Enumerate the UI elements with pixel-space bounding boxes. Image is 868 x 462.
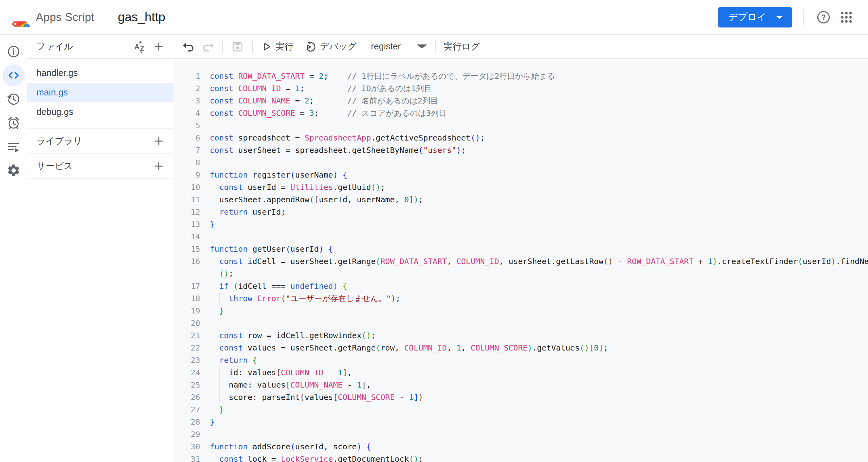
line-number[interactable]: 22 bbox=[173, 342, 210, 354]
code-line-content[interactable]: const idCell = userSheet.getRange(ROW_DA… bbox=[210, 255, 868, 268]
code-line-content[interactable] bbox=[210, 317, 868, 329]
code-line[interactable]: 22 const values = userSheet.getRange(row… bbox=[173, 342, 868, 354]
line-number[interactable]: 4 bbox=[173, 107, 210, 119]
code-line[interactable]: 17 if (idCell === undefined) { bbox=[173, 280, 868, 292]
rail-item-editor[interactable] bbox=[2, 63, 25, 87]
code-line[interactable]: 24 id: values[COLUMN_ID - 1], bbox=[173, 366, 868, 379]
code-line-content[interactable]: } bbox=[210, 403, 868, 416]
line-number[interactable]: 15 bbox=[173, 243, 210, 255]
code-line[interactable]: 29 bbox=[173, 428, 868, 440]
code-line-content[interactable]: const spreadsheet = SpreadsheetApp.getAc… bbox=[210, 131, 868, 144]
line-number[interactable]: 21 bbox=[173, 329, 210, 342]
code-line-content[interactable]: function getUser(userId) { bbox=[210, 243, 868, 255]
code-line[interactable]: 4const COLUMN_SCORE = 3; // スコアがあるのは3列目 bbox=[173, 107, 868, 119]
code-line[interactable]: 19 } bbox=[173, 305, 868, 317]
file-item[interactable]: debug.gs bbox=[27, 102, 173, 122]
code-line-content[interactable]: const ROW_DATA_START = 2; // 1行目にラベルがあるの… bbox=[210, 70, 868, 82]
code-line[interactable]: 5 bbox=[173, 119, 868, 131]
code-line[interactable]: 12 return userId; bbox=[173, 206, 868, 218]
code-line[interactable]: 16 const idCell = userSheet.getRange(ROW… bbox=[173, 255, 868, 268]
google-apps-button[interactable] bbox=[838, 9, 855, 26]
code-line-content[interactable]: const COLUMN_ID = 1; // IDがあるのは1列目 bbox=[210, 82, 868, 94]
line-number[interactable]: 5 bbox=[173, 119, 210, 131]
project-title[interactable]: gas_http bbox=[118, 10, 165, 24]
rail-item-overview[interactable] bbox=[2, 39, 25, 63]
code-line[interactable]: 8 bbox=[173, 156, 868, 168]
code-line-content[interactable]: const userSheet = spreadsheet.getSheetBy… bbox=[210, 144, 868, 156]
code-line[interactable]: 6const spreadsheet = SpreadsheetApp.getA… bbox=[173, 131, 868, 144]
code-line-content[interactable]: if (idCell === undefined) { bbox=[210, 280, 868, 292]
code-line[interactable]: 21 const row = idCell.getRowIndex(); bbox=[173, 329, 868, 342]
code-line-content[interactable] bbox=[210, 119, 868, 131]
run-button[interactable]: 実行 bbox=[261, 40, 293, 53]
rail-item-settings[interactable] bbox=[2, 158, 25, 182]
code-line[interactable]: 3const COLUMN_NAME = 2; // 名前があるのは2列目 bbox=[173, 94, 868, 107]
add-service-button[interactable] bbox=[152, 159, 166, 173]
code-line-content[interactable]: throw Error("ユーザーが存在しません。"); bbox=[210, 292, 868, 305]
code-line[interactable]: 9function register(userName) { bbox=[173, 168, 868, 181]
code-line[interactable]: 18 throw Error("ユーザーが存在しません。"); bbox=[173, 292, 868, 305]
code-line[interactable]: 31 const lock = LockService.getDocumentL… bbox=[173, 453, 868, 462]
code-line-content[interactable]: const COLUMN_SCORE = 3; // スコアがあるのは3列目 bbox=[210, 107, 868, 119]
line-number[interactable]: 24 bbox=[173, 366, 210, 379]
code-line-content[interactable]: score: parseInt(values[COLUMN_SCORE - 1]… bbox=[210, 391, 868, 403]
code-line[interactable]: 30function addScore(userId, score) { bbox=[173, 440, 868, 453]
sort-files-button[interactable]: A Z bbox=[133, 39, 147, 54]
line-number[interactable]: 11 bbox=[173, 193, 210, 206]
line-number[interactable]: 23 bbox=[173, 354, 210, 366]
line-number[interactable]: 27 bbox=[173, 403, 210, 416]
execution-log-button[interactable]: 実行ログ bbox=[443, 40, 480, 53]
code-line-content[interactable]: return userId; bbox=[210, 206, 868, 218]
code-line[interactable]: 15function getUser(userId) { bbox=[173, 243, 868, 255]
code-line-content[interactable]: function register(userName) { bbox=[210, 168, 868, 181]
code-line-content[interactable]: } bbox=[210, 416, 868, 428]
line-number[interactable]: 9 bbox=[173, 168, 210, 181]
line-number[interactable]: 16 bbox=[173, 255, 210, 268]
add-file-button[interactable] bbox=[152, 39, 166, 54]
code-line-content[interactable]: const userId = Utilities.getUuid(); bbox=[210, 181, 868, 193]
code-line-content[interactable]: name: values[COLUMN_NAME - 1], bbox=[210, 379, 868, 391]
rail-item-executions[interactable] bbox=[2, 135, 25, 158]
line-number[interactable]: 1 bbox=[173, 70, 210, 82]
line-number[interactable]: 26 bbox=[173, 391, 210, 403]
line-number[interactable]: 14 bbox=[173, 230, 210, 243]
line-number[interactable]: 2 bbox=[173, 82, 210, 94]
code-line-content[interactable]: function addScore(userId, score) { bbox=[210, 440, 868, 453]
file-item-selected[interactable]: main.gs bbox=[27, 83, 173, 102]
deploy-button[interactable]: デプロイ bbox=[718, 7, 792, 28]
code-line-content[interactable]: const values = userSheet.getRange(row, C… bbox=[210, 342, 868, 354]
line-number[interactable]: 6 bbox=[173, 131, 210, 144]
code-line[interactable]: (); bbox=[173, 268, 868, 280]
add-library-button[interactable] bbox=[152, 134, 166, 148]
function-select[interactable]: register bbox=[371, 41, 428, 52]
rail-item-triggers[interactable] bbox=[2, 111, 25, 135]
code-line[interactable]: 28} bbox=[173, 416, 868, 428]
code-line[interactable]: 7const userSheet = spreadsheet.getSheetB… bbox=[173, 144, 868, 156]
code-line[interactable]: 10 const userId = Utilities.getUuid(); bbox=[173, 181, 868, 193]
code-line-content[interactable]: } bbox=[210, 305, 868, 317]
code-line-content[interactable]: id: values[COLUMN_ID - 1], bbox=[210, 366, 868, 379]
line-number[interactable]: 30 bbox=[173, 440, 210, 453]
file-item[interactable]: handler.gs bbox=[27, 63, 173, 83]
code-line[interactable]: 26 score: parseInt(values[COLUMN_SCORE -… bbox=[173, 391, 868, 403]
code-line-content[interactable]: const COLUMN_NAME = 2; // 名前があるのは2列目 bbox=[210, 94, 868, 107]
line-number[interactable]: 8 bbox=[173, 156, 210, 168]
line-number[interactable]: 12 bbox=[173, 206, 210, 218]
debug-button[interactable]: デバッグ bbox=[305, 40, 357, 53]
code-line-content[interactable] bbox=[210, 156, 868, 168]
code-line-content[interactable]: const row = idCell.getRowIndex(); bbox=[210, 329, 868, 342]
rail-item-project-history[interactable] bbox=[2, 87, 25, 111]
code-line-content[interactable] bbox=[210, 230, 868, 243]
code-line[interactable]: 13} bbox=[173, 218, 868, 230]
line-number[interactable]: 19 bbox=[173, 305, 210, 317]
line-number[interactable]: 29 bbox=[173, 428, 210, 440]
line-number[interactable]: 10 bbox=[173, 181, 210, 193]
code-line-content[interactable]: (); bbox=[210, 268, 868, 280]
code-line-content[interactable]: return { bbox=[210, 354, 868, 366]
line-number[interactable]: 28 bbox=[173, 416, 210, 428]
line-number[interactable]: 20 bbox=[173, 317, 210, 329]
line-number[interactable]: 13 bbox=[173, 218, 210, 230]
line-number[interactable]: 17 bbox=[173, 280, 210, 292]
code-line[interactable]: 20 bbox=[173, 317, 868, 329]
line-number[interactable]: 25 bbox=[173, 379, 210, 391]
